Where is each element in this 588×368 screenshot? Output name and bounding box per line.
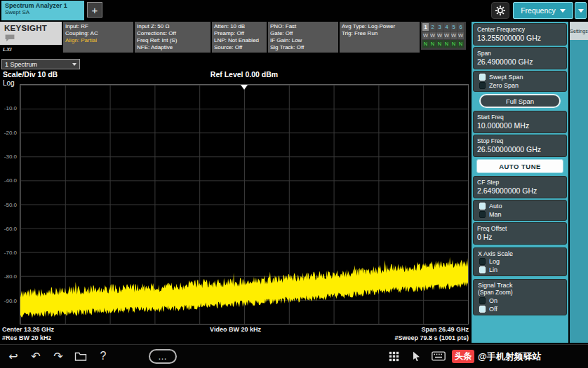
cf-step-control[interactable]: CF Step 2.649000000 GHz [473, 176, 567, 198]
zero-span-option[interactable]: Zero Span [475, 81, 565, 90]
folder-icon [74, 350, 87, 362]
start-freq-control[interactable]: Start Freq 10.000000 MHz [473, 111, 567, 133]
cf-step-man-option[interactable]: Man [475, 210, 565, 219]
noise-floor-trace [20, 257, 468, 318]
trace-indicator-row3-2[interactable]: N [429, 40, 436, 48]
chevron-down-icon [560, 9, 566, 13]
system-settings-button[interactable] [491, 2, 509, 19]
status-line: Input Z: 50 Ω [137, 23, 208, 30]
status-line: Input: RF [65, 23, 131, 30]
video-bw-readout: Video BW 20 kHz [144, 326, 328, 333]
average-trigger-status-block[interactable]: Avg Type: Log-Power Trig: Free Run [340, 22, 420, 53]
status-line: Source: Off [214, 44, 265, 51]
span-control[interactable]: Span 26.4900000 GHz [473, 47, 567, 69]
stop-freq-control[interactable]: Stop Freq 26.500000000 GHz [473, 135, 567, 157]
x-axis-log-option[interactable]: Log [475, 257, 565, 266]
trace-indicator-numbers-1[interactable]: 1 [422, 23, 429, 31]
x-axis-lin-option[interactable]: Lin [475, 266, 565, 274]
y-axis-label: -50.0 [4, 201, 17, 207]
freq-offset-label: Freq Offset [477, 225, 563, 232]
input-status-block[interactable]: Input: RF Coupling: AC Align: Partial [63, 22, 133, 53]
status-line: Coupling: AC [65, 30, 131, 37]
auto-tune-button[interactable]: AUTO TUNE [476, 159, 563, 173]
back-button[interactable]: ↩ [4, 347, 22, 365]
back-icon: ↩ [8, 350, 18, 363]
open-folder-button[interactable] [72, 347, 90, 365]
status-line: PNO: Fast [270, 23, 336, 30]
pno-status-block[interactable]: PNO: Fast Gate: Off IF Gain: Low Sig Tra… [268, 22, 338, 53]
trace-indicator-numbers-3[interactable]: 3 [436, 23, 443, 31]
status-header: KEYSIGHT Input: RF Coupling: AC Align: P… [0, 22, 470, 54]
app-grid-button[interactable] [385, 347, 403, 365]
frequency-menu-button[interactable]: Frequency [513, 2, 573, 19]
tab-settings[interactable]: Settings [570, 22, 588, 40]
speech-bubble-icon [4, 34, 15, 42]
trace-indicator-row3-4[interactable]: N [443, 40, 450, 48]
trace-indicator-numbers-6[interactable]: 6 [457, 23, 464, 31]
cf-step-auto-option[interactable]: Auto [475, 202, 565, 210]
ref-level-annotation: Ref Level 0.00 dBm [20, 70, 469, 79]
center-frequency-value: 13.255000000 GHz [477, 34, 563, 42]
freq-offset-control[interactable]: Freq Offset 0 Hz [473, 222, 567, 245]
trace-indicator-numbers-5[interactable]: 5 [450, 23, 457, 31]
footer-readout-row-1: Center 13.26 GHz Video BW 20 kHz Span 26… [2, 326, 469, 333]
trace-indicator-row3-3[interactable]: N [436, 40, 443, 48]
signal-track-label: Signal Track [475, 281, 565, 289]
trace-indicator-row3-5[interactable]: N [450, 40, 457, 48]
title-bar: Spectrum Analyzer 1 Swept SA + Frequency [0, 0, 588, 21]
radio-indicator [479, 211, 486, 218]
signal-track-off-option[interactable]: Off [475, 305, 565, 313]
trace-indicator-row2-6[interactable]: W [457, 32, 464, 39]
redo-button[interactable]: ↷ [49, 347, 67, 365]
trace-indicator-row2-4[interactable]: W [443, 32, 450, 39]
add-tab-button[interactable]: + [87, 2, 102, 18]
message-bubble-button[interactable]: … [149, 349, 177, 364]
res-bw-readout: #Res BW 20 kHz [2, 334, 236, 341]
trace-indicator-row2-3[interactable]: W [436, 32, 443, 39]
status-line: Sig Track: Off [270, 44, 336, 51]
trace-indicator-row2-1[interactable]: W [422, 32, 429, 39]
center-frequency-control[interactable]: Center Frequency 13.255000000 GHz [473, 23, 567, 46]
grid-icon [389, 351, 399, 362]
spectrum-analyzer-screen: Spectrum Analyzer 1 Swept SA + Frequency [0, 0, 588, 368]
trace-indicator-numbers-4[interactable]: 4 [443, 23, 450, 31]
status-line: Freq Ref: Int (S) [137, 37, 208, 44]
ref-level-marker-icon [241, 85, 248, 90]
trace-indicator-grid: 123456WWWWWWNNNNNN [421, 22, 466, 50]
help-icon: ? [100, 350, 107, 362]
help-button[interactable]: ? [94, 347, 112, 365]
sweep-readout: #Sweep 79.8 s (1001 pts) [236, 334, 469, 341]
pointer-mode-button[interactable] [407, 347, 425, 365]
cf-step-value: 2.649000000 GHz [477, 186, 563, 195]
impedance-status-block[interactable]: Input Z: 50 Ω Corrections: Off Freq Ref:… [135, 22, 211, 53]
full-span-button[interactable]: Full Span [479, 94, 561, 108]
tab-subtitle: Swept SA [5, 9, 81, 15]
trace-indicator-numbers-2[interactable]: 2 [429, 23, 436, 31]
center-frequency-label: Center Frequency [477, 26, 563, 33]
x-axis-scale-control: X Axis Scale Log Lin [473, 247, 567, 276]
status-line-align-partial: Align: Partial [65, 37, 131, 44]
trace-indicator-row2-5[interactable]: W [450, 32, 457, 39]
spectrum-plot-area[interactable] [20, 84, 469, 325]
y-axis-label: -90.0 [4, 297, 17, 304]
trace-indicator-row3-6[interactable]: N [457, 40, 464, 48]
menu-collapse-button[interactable] [575, 2, 587, 19]
trace-indicator-row2-2[interactable]: W [429, 32, 436, 39]
y-axis-label: -70.0 [4, 250, 17, 256]
on-screen-keyboard-button[interactable] [429, 347, 448, 365]
attenuation-status-block[interactable]: Atten: 10 dB Preamp: Off LNP: Not Enable… [212, 22, 267, 53]
trace-selector-dropdown[interactable]: 1 Spectrum [1, 59, 80, 69]
tab-swept-sa[interactable]: Spectrum Analyzer 1 Swept SA [1, 1, 84, 20]
undo-button[interactable]: ↶ [27, 347, 45, 365]
footer-readout-row-2: #Res BW 20 kHz #Sweep 79.8 s (1001 pts) [2, 334, 469, 341]
cf-step-auto-label: Auto [489, 203, 502, 210]
chevron-down-icon [72, 63, 76, 66]
swept-span-option[interactable]: Swept Span [475, 73, 565, 81]
span-readout: Span 26.49 GHz [327, 326, 469, 333]
gear-icon [495, 5, 506, 16]
cf-step-man-label: Man [489, 211, 502, 218]
trace-indicator-row3-1[interactable]: N [422, 40, 429, 48]
radio-indicator [479, 82, 486, 89]
radio-indicator [479, 258, 486, 265]
signal-track-on-option[interactable]: On [475, 297, 565, 305]
